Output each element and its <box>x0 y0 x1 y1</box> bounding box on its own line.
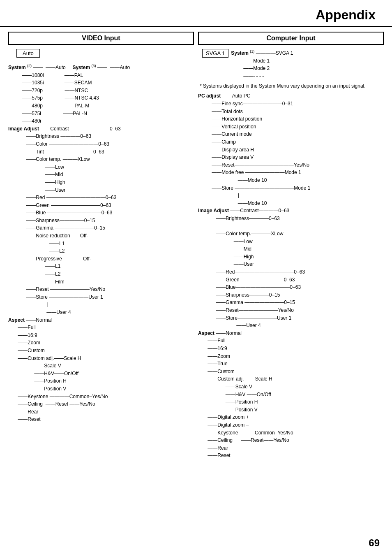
pc-adjust-diagram: PC adjust ——Auto PC ——Fine sync————————0… <box>198 92 384 207</box>
computer-input-header: Computer Input <box>198 32 384 45</box>
system-note: * Systems displayed in the System Menu v… <box>200 82 384 90</box>
aspect-computer-diagram: Aspect ——Normal ——Full ——16:9 ——Zoom ——T… <box>198 330 384 460</box>
page-title: Appendix <box>0 0 392 27</box>
aspect-video-diagram: Aspect ——Normal ——Full ——16:9 ——Zoom ——C… <box>8 316 194 423</box>
image-adjust-video-diagram: Image Adjust ——Contrast ————————0–63 ——B… <box>8 125 194 316</box>
auto-box: Auto <box>16 49 40 58</box>
svga-box: SVGA 1 <box>202 49 228 58</box>
system1-diagram: System (1) ————SVGA 1 ——Mode 1 ——Mode 2 … <box>231 49 293 80</box>
video-input-diagram: System (2) —— ——Auto System (3) —— ——Aut… <box>8 63 194 125</box>
video-input-header: VIDEO Input <box>8 32 194 45</box>
computer-input-panel: Computer Input SVGA 1 System (1) ————SVG… <box>198 32 384 460</box>
image-adjust-computer-diagram: Image Adjust ——Contrast————0–63 ——Bright… <box>198 207 384 330</box>
page-number: 69 <box>369 537 380 549</box>
video-input-panel: VIDEO Input Auto System (2) —— ——Auto Sy… <box>8 32 194 460</box>
